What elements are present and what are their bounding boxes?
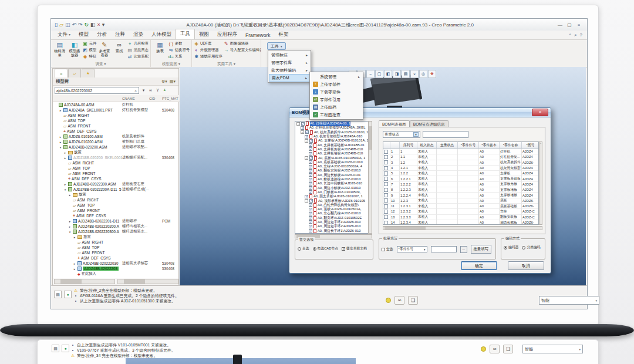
tab-应用程序[interactable]: 应用程序: [213, 30, 241, 39]
expand-icon[interactable]: ▾: [63, 188, 67, 191]
bom-column-header[interactable]: 检入状态: [417, 142, 437, 149]
row-checkbox[interactable]: [383, 187, 390, 193]
bom-column-header[interactable]: 序列号: [400, 142, 417, 149]
bom-table-row[interactable]: 61.2.2.1未检入A0支撑板基础板AJDZ4: [383, 176, 538, 181]
expand-icon[interactable]: ▸: [68, 225, 72, 228]
tree-row[interactable]: ◆在此插入: [53, 271, 178, 277]
ribbon-component-button[interactable]: ▣元件: [83, 41, 97, 47]
tree-row[interactable]: ▸AJDZ48B-020200_SKEL0001进相螺杆装配...530408: [53, 155, 178, 160]
tree-row[interactable]: ▸AJDZ6-010100.ASM机架及被拆件: [53, 134, 178, 139]
tree-row[interactable]: +ASM_DEF_CSYS: [53, 213, 178, 218]
expand-icon[interactable]: ▸: [73, 262, 76, 265]
tree-row[interactable]: ▱ASM_FRONT: [53, 208, 178, 213]
bom-tree-row[interactable]: ✓A0, 周边长平环1\AJDZ6-010: [295, 228, 372, 232]
tree-row[interactable]: ▱ASM_RIGHT: [53, 160, 178, 166]
collapse-icon[interactable]: −: [305, 199, 308, 203]
expand-icon[interactable]: ▸: [59, 135, 62, 139]
tab-人体模型[interactable]: 人体模型: [147, 30, 176, 39]
column-cid[interactable]: CID: [149, 97, 162, 100]
node-checkbox[interactable]: ✓: [309, 199, 313, 203]
dialog-close-button[interactable]: ×: [532, 109, 548, 116]
command-search-icon[interactable]: ⌕: [574, 32, 576, 38]
node-checkbox[interactable]: ✓: [309, 147, 312, 151]
ribbon-parameters-button[interactable]: ( )参数: [168, 41, 190, 47]
expand-icon[interactable]: ▸: [59, 109, 62, 112]
row-checkbox[interactable]: [383, 160, 390, 166]
bom-column-header[interactable]: 查重状态: [437, 142, 458, 149]
ribbon-message-log-button[interactable]: ▤消息日志: [127, 47, 149, 53]
ok-button[interactable]: 确定: [461, 261, 497, 270]
ribbon-group-label[interactable]: 模型意图 ▾: [151, 62, 191, 67]
tab-渲染[interactable]: 渲染: [129, 30, 147, 39]
tab-模型[interactable]: 模型: [75, 30, 93, 39]
tree-row[interactable]: ▾AJDZ48B-020200.ASM进相螺杆装配...: [53, 144, 178, 150]
bom-table-row[interactable]: 141.2.3.4未检入A0周边长舷板AJDZ6-: [383, 220, 538, 225]
radio-分类编码[interactable]: 分类编码: [522, 245, 540, 250]
expand-icon[interactable]: ▸: [63, 183, 67, 186]
tree-row[interactable]: ▸AJDZ48B-0202220200.A螺杆出相装支...: [53, 224, 178, 229]
bom-table-row[interactable]: 81.2.2.3未检入A0支撑板堵板AJDZ4: [383, 187, 538, 193]
model-tree-tab[interactable]: ≡: [55, 69, 68, 77]
bom-table-row[interactable]: 71.2.2.2未检入A0支撑板角板AJDZ4: [383, 182, 538, 187]
spin-center-icon[interactable]: ❖: [428, 70, 436, 78]
tab-Framework[interactable]: Framework: [241, 31, 275, 39]
tree-row[interactable]: ▸AJDZ48B-020222030进相装支承轴芯530408: [53, 261, 178, 266]
tools-overflow-button[interactable]: 工具 ▾: [267, 42, 286, 50]
ribbon-switch-symbols-button[interactable]: ⇋切换符号: [168, 47, 190, 53]
selection-filter-combo[interactable]: 智能 ▾: [522, 345, 583, 353]
message-log-icon[interactable]: ▤: [52, 345, 59, 352]
radio-编码器[interactable]: 编码器: [504, 245, 518, 250]
bom-table-row[interactable]: 31.2未检入A0机架及被拆件AJDZ6-: [383, 160, 538, 166]
column-ptc-mat[interactable]: PTC_MAT: [162, 97, 180, 100]
minimize-ribbon-icon[interactable]: ^: [569, 32, 571, 38]
ribbon-feature-button[interactable]: ◆特征: [83, 53, 97, 60]
node-checkbox[interactable]: ✓: [309, 182, 312, 186]
row-checkbox[interactable]: [383, 171, 390, 176]
ribbon-group-label[interactable]: 调查 ▾: [51, 62, 150, 67]
row-checkbox[interactable]: [383, 204, 390, 209]
tree-filter-icon[interactable]: Y: [154, 88, 161, 93]
node-checkbox[interactable]: ✓: [309, 190, 312, 194]
row-checkbox[interactable]: [383, 215, 390, 220]
bom-table-row[interactable]: 91.2.2.4未检入A0支撑板堵板AJDZ4: [383, 193, 538, 198]
row-checkbox[interactable]: [383, 166, 390, 171]
find-in-tree-icon[interactable]: ∞: [147, 88, 154, 93]
node-checkbox[interactable]: ✓: [305, 195, 308, 198]
node-checkbox[interactable]: ✓: [301, 122, 305, 126]
menu-item-下载零部件[interactable]: ↓下载零部件: [311, 88, 362, 96]
menu-item-上传零部件[interactable]: ↑上传零部件: [311, 80, 362, 88]
bom-column-header[interactable]: *零件件号: [458, 142, 479, 149]
help-icon[interactable]: ?: [580, 32, 582, 38]
open-file-icon[interactable]: ▱: [59, 22, 63, 28]
clipboard-button[interactable]: ❏: [503, 345, 513, 353]
node-checkbox[interactable]: ✓: [309, 139, 313, 143]
tree-row[interactable]: ▸放置: [53, 234, 178, 240]
expand-icon[interactable]: ▸: [59, 140, 62, 144]
row-checkbox[interactable]: [383, 182, 390, 187]
browser-icon[interactable]: ●: [62, 345, 69, 352]
radio-勾选CAD节点[interactable]: 勾选CAD节点: [313, 246, 338, 251]
tree-row[interactable]: ▸AJDZ48B-02022203530408: [53, 266, 178, 271]
tree-hscrollbar-right[interactable]: [117, 279, 178, 284]
tab-视图[interactable]: 视图: [195, 30, 213, 39]
folder-browser-tab[interactable]: ▱: [68, 69, 81, 77]
node-checkbox[interactable]: ✓: [309, 169, 312, 173]
expand-icon[interactable]: ▾: [59, 146, 62, 149]
node-checkbox[interactable]: ✓: [309, 208, 312, 211]
bom-table-row[interactable]: 41.2.1未检入A0机架骨架模型AJDZ4: [383, 166, 538, 171]
ribbon-auxiliary-apps-button[interactable]: ✱辅助应用程序: [194, 53, 222, 60]
expand-icon[interactable]: ▸: [63, 151, 67, 154]
collapse-icon[interactable]: −: [305, 156, 308, 160]
tree-row[interactable]: +ASM_DEF_CSYS: [53, 255, 178, 261]
tab-工具[interactable]: 工具: [176, 29, 195, 39]
add-column-icon[interactable]: +: [161, 88, 168, 93]
node-checkbox[interactable]: ✓: [309, 143, 312, 147]
node-checkbox[interactable]: ✓: [309, 186, 312, 190]
tree-row[interactable]: ▸AJDZ48B-02022201-D11进相螺杆POM: [53, 218, 178, 224]
ribbon-geometry-check-button[interactable]: ⌖几何检查: [127, 41, 149, 47]
bom-table-hscrollbar[interactable]: [383, 226, 542, 230]
ribbon-bom-button[interactable]: ▤物料清单: [53, 41, 66, 57]
node-checkbox[interactable]: ✓: [309, 152, 312, 156]
ribbon-find-button[interactable]: ∞查找: [112, 41, 126, 53]
expand-icon[interactable]: ▸: [68, 193, 72, 197]
